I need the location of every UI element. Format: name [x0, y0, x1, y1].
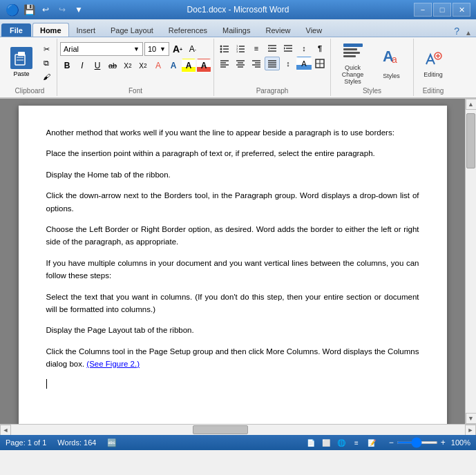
font-name-dropdown[interactable]: ▼	[133, 46, 140, 52]
bullets-button[interactable]	[217, 41, 232, 55]
quick-save[interactable]: 💾	[22, 3, 36, 16]
italic-button[interactable]: I	[75, 59, 89, 72]
tab-file[interactable]: File	[1, 23, 31, 37]
borders-button[interactable]	[312, 57, 327, 70]
tab-page-layout[interactable]: Page Layout	[103, 23, 161, 37]
font-color-button[interactable]: A	[197, 59, 211, 72]
tab-home[interactable]: Home	[32, 23, 69, 37]
scroll-left-button[interactable]: ◄	[0, 425, 11, 436]
styles-icon: A a	[379, 46, 404, 71]
zoom-out-button[interactable]: −	[389, 438, 394, 447]
clear-format-button[interactable]: A	[151, 59, 165, 72]
scroll-thumb-h[interactable]	[193, 425, 248, 434]
doc-content-scroll[interactable]: Another method that works well if you wa…	[0, 99, 465, 424]
styles-button[interactable]: A a Styles	[374, 41, 410, 84]
shrink-font-button[interactable]: A-	[186, 42, 200, 56]
svg-rect-2	[17, 57, 23, 58]
ribbon: File Home Insert Page Layout References …	[0, 19, 476, 99]
subscript-button[interactable]: X2	[121, 59, 135, 72]
tab-insert[interactable]: Insert	[69, 23, 104, 37]
document-page[interactable]: Another method that works well if you wa…	[19, 106, 447, 424]
ribbon-divider	[0, 97, 476, 98]
para-2: Display the Home tab of the ribbon.	[46, 168, 419, 181]
justify-button[interactable]	[265, 57, 280, 70]
group-clipboard: Paste ✂ ⧉ 🖌 Clipboard	[3, 39, 57, 96]
maximize-button[interactable]: □	[433, 3, 451, 17]
para-4: Choose the Left Border or Right Border o…	[46, 223, 419, 249]
quick-redo[interactable]: ↪	[55, 3, 69, 16]
decrease-indent-button[interactable]	[265, 41, 280, 55]
font-content: Arial ▼ 10 ▼ A+ A- B I U ab X2 X2	[60, 40, 211, 86]
align-right-button[interactable]	[249, 57, 264, 70]
figure-link[interactable]: (See Figure 2.)	[86, 360, 140, 368]
font-name-box[interactable]: Arial ▼	[60, 42, 143, 56]
format-painter-button[interactable]: 🖌	[39, 70, 54, 83]
multilevel-button[interactable]: ≡	[249, 41, 264, 55]
minimize-button[interactable]: −	[414, 3, 432, 17]
scroll-down-button[interactable]: ▼	[466, 413, 477, 424]
increase-indent-button[interactable]	[280, 41, 296, 55]
ribbon-content: Paste ✂ ⧉ 🖌 Clipboard Arial ▼	[0, 37, 476, 97]
font-size-box[interactable]: 10 ▼	[144, 42, 169, 56]
para-content: 1.2.3. ≡ ↕ ¶	[217, 40, 327, 86]
numbering-button[interactable]: 1.2.3.	[233, 41, 248, 55]
underline-button[interactable]: U	[91, 59, 104, 72]
strikethrough-button[interactable]: ab	[106, 59, 120, 72]
editing-button[interactable]: Editing	[417, 41, 450, 84]
zoom-slider[interactable]	[397, 441, 438, 444]
group-paragraph: 1.2.3. ≡ ↕ ¶	[214, 39, 331, 96]
view-draft-button[interactable]: 📝	[365, 437, 378, 448]
svg-rect-46	[343, 55, 356, 57]
horizontal-scrollbar[interactable]: ◄ ►	[0, 424, 476, 435]
para-7: Display the Page Layout tab of the ribbo…	[46, 324, 419, 336]
scroll-right-button[interactable]: ►	[465, 425, 476, 436]
font-size-dropdown[interactable]: ▼	[160, 46, 166, 52]
paste-button[interactable]: Paste	[6, 41, 37, 83]
text-effect-button[interactable]: A	[166, 59, 180, 72]
superscript-button[interactable]: X2	[136, 59, 150, 72]
grow-font-button[interactable]: A+	[171, 42, 184, 56]
align-center-button[interactable]	[233, 57, 248, 70]
para-cursor[interactable]	[46, 378, 419, 391]
view-web-button[interactable]: 🌐	[335, 437, 348, 448]
svg-text:3.: 3.	[236, 50, 238, 53]
font-format-row: B I U ab X2 X2 A A A A	[60, 59, 211, 72]
tab-mailings[interactable]: Mailings	[215, 23, 258, 37]
para-6: Select the text that you want in columns…	[46, 291, 419, 316]
quick-dropdown[interactable]: ▼	[72, 3, 86, 16]
scroll-thumb-v[interactable]	[466, 113, 475, 168]
quick-undo[interactable]: ↩	[39, 3, 53, 16]
sort-button[interactable]: ↕	[296, 41, 312, 55]
zoom-in-button[interactable]: +	[441, 438, 446, 447]
tab-references[interactable]: References	[161, 23, 215, 37]
spell-check-icon[interactable]: 🔤	[107, 438, 117, 447]
editing-group-label: Editing	[417, 87, 450, 95]
editing-icon	[422, 48, 444, 70]
vertical-scrollbar[interactable]: ▲ ▼	[465, 99, 476, 424]
show-hide-button[interactable]: ¶	[312, 41, 327, 55]
view-outline-button[interactable]: ≡	[350, 437, 363, 448]
close-button[interactable]: ✕	[453, 3, 470, 17]
scroll-track-v[interactable]	[466, 110, 476, 413]
bold-button[interactable]: B	[60, 59, 74, 72]
copy-button[interactable]: ⧉	[39, 57, 54, 69]
view-print-button[interactable]: 📄	[305, 437, 317, 448]
svg-rect-44	[343, 48, 357, 50]
font-size-value: 10	[148, 45, 156, 53]
line-spacing-button[interactable]: ↕	[280, 57, 296, 70]
quick-styles-button[interactable]: QuickChange Styles	[335, 41, 371, 84]
ribbon-minimize-icon[interactable]: ▲	[465, 29, 472, 37]
scroll-track-h[interactable]	[11, 425, 465, 435]
tab-bar: File Home Insert Page Layout References …	[0, 19, 476, 37]
cut-button[interactable]: ✂	[39, 43, 54, 55]
quick-styles-label: QuickChange Styles	[336, 64, 370, 85]
tab-review[interactable]: Review	[258, 23, 298, 37]
view-fullscreen-button[interactable]: ⬜	[320, 437, 332, 448]
align-left-button[interactable]	[217, 57, 232, 70]
highlight-button[interactable]: A	[182, 59, 196, 72]
doc-scroll-area: Another method that works well if you wa…	[0, 99, 476, 424]
scroll-up-button[interactable]: ▲	[466, 99, 477, 110]
shading-button[interactable]: A	[296, 57, 312, 70]
tab-view[interactable]: View	[298, 23, 330, 37]
help-icon[interactable]: ?	[454, 26, 459, 37]
